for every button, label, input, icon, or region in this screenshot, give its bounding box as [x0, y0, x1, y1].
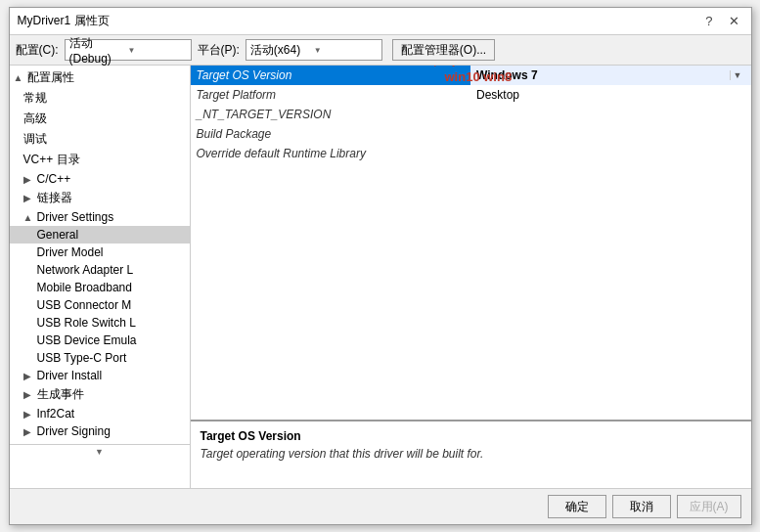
prop-name-target-os: Target OS Version — [191, 66, 471, 85]
table-row[interactable]: Override default Runtime Library — [191, 144, 751, 163]
sidebar-item-ds-usb-role-switch[interactable]: USB Role Switch L — [10, 314, 190, 332]
config-label: 配置(C): — [16, 42, 59, 59]
sidebar-item-ds-usb-connector[interactable]: USB Connector M — [10, 296, 190, 314]
desc-title: Target OS Version — [201, 429, 741, 443]
main-content: ▲ 配置属性 常规 高级 调试 VC++ 目录 ▶ C/C++ ▶ 链接器 — [10, 66, 751, 488]
right-panel-wrapper: Target OS Version Windows 7 ▼ Target Pla… — [191, 66, 751, 488]
prop-name-build-package: Build Package — [191, 124, 471, 144]
prop-value-override-runtime — [470, 144, 751, 163]
sidebar-item-build-events[interactable]: ▶ 生成事件 — [10, 384, 190, 405]
platform-combo[interactable]: 活动(x64) ▼ — [246, 39, 382, 61]
config-combo[interactable]: 活动(Debug) ▼ — [65, 39, 192, 61]
sidebar-item-driver-signing[interactable]: ▶ Driver Signing — [10, 422, 190, 440]
config-manager-button[interactable]: 配置管理器(O)... — [392, 39, 495, 61]
platform-combo-arrow: ▼ — [314, 46, 378, 55]
ok-button[interactable]: 确定 — [548, 495, 606, 518]
sidebar-item-driver-install[interactable]: ▶ Driver Install — [10, 367, 190, 384]
title-bar: MyDriver1 属性页 ? ✕ — [10, 8, 751, 35]
properties-dialog: MyDriver1 属性页 ? ✕ 配置(C): 活动(Debug) ▼ 平台(… — [9, 7, 752, 525]
properties-table-container: Target OS Version Windows 7 ▼ Target Pla… — [191, 66, 751, 420]
sidebar-item-driver-settings[interactable]: ▲ Driver Settings — [10, 208, 190, 226]
sidebar-item-general[interactable]: 常规 — [10, 88, 190, 109]
prop-value-target-os[interactable]: Windows 7 ▼ — [470, 66, 751, 85]
right-panel: Target OS Version Windows 7 ▼ Target Pla… — [191, 66, 751, 488]
sidebar-item-ds-driver-model[interactable]: Driver Model — [10, 244, 190, 261]
sidebar-item-vcpp-dirs[interactable]: VC++ 目录 — [10, 150, 190, 170]
toolbar-bar: 配置(C): 活动(Debug) ▼ 平台(P): 活动(x64) ▼ 配置管理… — [10, 35, 751, 66]
sidebar-item-advanced[interactable]: 高级 — [10, 109, 190, 129]
sidebar-item-cpp[interactable]: ▶ C/C++ — [10, 170, 190, 188]
config-combo-arrow: ▼ — [128, 46, 187, 55]
sidebar-item-ds-network-adapter[interactable]: Network Adapter L — [10, 261, 190, 279]
table-row[interactable]: Build Package — [191, 124, 751, 144]
prop-value-nt-target — [470, 105, 751, 124]
dropdown-arrow-icon[interactable]: ▼ — [730, 70, 745, 80]
close-button[interactable]: ✕ — [725, 14, 743, 28]
help-button[interactable]: ? — [701, 14, 716, 28]
sidebar-item-debug[interactable]: 调试 — [10, 129, 190, 150]
sidebar-scroll-bottom: ▼ — [10, 444, 190, 458]
description-panel: Target OS Version Target operating versi… — [191, 420, 751, 488]
cancel-button[interactable]: 取消 — [612, 495, 671, 518]
desc-text: Target operating version that this drive… — [201, 447, 741, 461]
prop-name-target-platform: Target Platform — [191, 85, 471, 105]
sidebar-item-linker[interactable]: ▶ 链接器 — [10, 188, 190, 208]
properties-table: Target OS Version Windows 7 ▼ Target Pla… — [191, 66, 751, 163]
prop-value-build-package — [470, 124, 751, 144]
table-row[interactable]: _NT_TARGET_VERSION — [191, 105, 751, 124]
title-bar-left: MyDriver1 属性页 — [18, 13, 110, 29]
title-bar-controls: ? ✕ — [701, 14, 742, 28]
prop-name-nt-target: _NT_TARGET_VERSION — [191, 105, 471, 124]
dialog-title: MyDriver1 属性页 — [18, 13, 110, 29]
collapse-arrow: ▲ — [14, 72, 23, 83]
sidebar-item-ds-mobile-broadband[interactable]: Mobile Broadband — [10, 279, 190, 296]
table-row[interactable]: Target OS Version Windows 7 ▼ — [191, 66, 751, 85]
prop-name-override-runtime: Override default Runtime Library — [191, 144, 471, 163]
bottom-bar: 确定 取消 应用(A) — [10, 488, 751, 524]
prop-value-target-platform: Desktop — [470, 85, 751, 105]
sidebar-item-config-props[interactable]: ▲ 配置属性 — [10, 67, 190, 88]
sidebar-item-inf2cat[interactable]: ▶ Inf2Cat — [10, 405, 190, 422]
sidebar-item-ds-general[interactable]: General — [10, 226, 190, 244]
sidebar-tree: ▲ 配置属性 常规 高级 调试 VC++ 目录 ▶ C/C++ ▶ 链接器 — [10, 66, 191, 488]
table-row[interactable]: Target Platform Desktop — [191, 85, 751, 105]
sidebar-item-ds-usb-type-c[interactable]: USB Type-C Port — [10, 349, 190, 367]
sidebar-item-ds-usb-device-emul[interactable]: USB Device Emula — [10, 332, 190, 349]
apply-button[interactable]: 应用(A) — [677, 495, 741, 518]
platform-label: 平台(P): — [198, 42, 240, 59]
